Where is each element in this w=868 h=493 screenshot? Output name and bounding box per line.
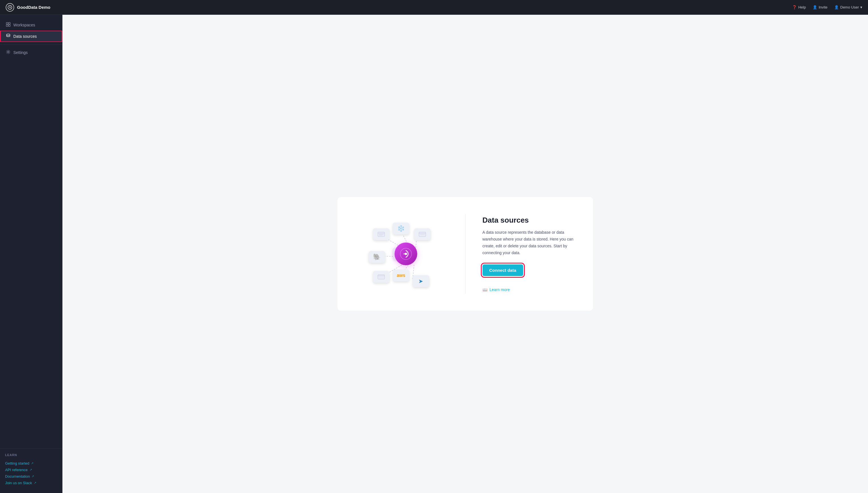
datasources-icon xyxy=(6,34,10,39)
gooddata-center-logo xyxy=(395,242,417,265)
sidebar-item-datasources[interactable]: Data sources xyxy=(0,31,62,42)
svg-point-7 xyxy=(8,51,9,53)
sidebar-nav: Workspaces Data sources xyxy=(0,15,62,448)
svg-rect-24 xyxy=(378,275,385,279)
main-layout: Workspaces Data sources xyxy=(0,15,868,493)
connect-data-button[interactable]: Connect data xyxy=(483,264,523,276)
getting-started-label: Getting started xyxy=(5,461,29,466)
invite-link[interactable]: 👤 Invite xyxy=(813,5,827,9)
api-reference-label: API reference xyxy=(5,468,28,472)
icon-tile-send: ➤ xyxy=(413,275,429,287)
datasources-card: ❄️ 🐘 👁 xyxy=(337,197,593,311)
icon-tile-snowflake: ❄️ xyxy=(393,223,409,235)
sidebar-item-settings-label: Settings xyxy=(13,50,28,55)
isometric-illustration: ❄️ 🐘 👁 xyxy=(356,214,447,294)
learn-section-label: LEARN xyxy=(5,453,57,457)
sidebar-item-workspaces-label: Workspaces xyxy=(13,23,35,27)
chevron-down-icon: ▾ xyxy=(860,5,862,9)
external-link-icon: ↗ xyxy=(31,462,34,465)
user-menu[interactable]: 👤 Demo User ▾ xyxy=(834,5,862,9)
info-panel: Data sources A data source represents th… xyxy=(483,216,576,292)
logo-icon xyxy=(6,3,14,12)
sidebar-learn-section: LEARN Getting started ↗ API reference ↗ … xyxy=(0,448,62,493)
top-navigation: GoodData Demo ❓ Help 👤 Invite 👤 Demo Use… xyxy=(0,0,868,15)
learn-more-link[interactable]: 📖 Learn more xyxy=(483,287,576,292)
icon-tile-1 xyxy=(373,228,390,240)
svg-point-6 xyxy=(6,34,10,36)
sidebar-item-datasources-label: Data sources xyxy=(13,34,37,39)
topnav-right: ❓ Help 👤 Invite 👤 Demo User ▾ xyxy=(792,5,862,9)
settings-icon xyxy=(6,50,10,56)
icon-tile-2 xyxy=(414,228,430,240)
book-icon: 📖 xyxy=(483,287,487,292)
invite-icon: 👤 xyxy=(813,5,817,9)
workspaces-icon xyxy=(6,22,10,28)
svg-rect-3 xyxy=(8,22,10,24)
sidebar: Workspaces Data sources xyxy=(0,15,63,493)
sidebar-item-settings[interactable]: Settings xyxy=(0,47,62,58)
sidebar-item-workspaces[interactable]: Workspaces xyxy=(0,19,62,31)
getting-started-link[interactable]: Getting started ↗ xyxy=(5,460,57,467)
icon-tile-postgres: 🐘 xyxy=(369,251,385,263)
learn-more-label: Learn more xyxy=(490,287,510,292)
join-slack-link[interactable]: Join us on Slack ↗ xyxy=(5,480,57,486)
sidebar-divider xyxy=(0,44,62,45)
content-inner: ❄️ 🐘 👁 xyxy=(63,15,868,493)
illustration-area: ❄️ 🐘 👁 xyxy=(355,214,448,294)
svg-point-1 xyxy=(9,7,10,8)
external-link-icon-2: ↗ xyxy=(29,468,32,472)
external-link-icon-3: ↗ xyxy=(31,474,34,478)
gooddata-logo-svg xyxy=(400,248,412,260)
main-content: ❄️ 🐘 👁 xyxy=(63,15,868,493)
svg-rect-2 xyxy=(6,22,8,24)
documentation-link[interactable]: Documentation ↗ xyxy=(5,473,57,480)
app-title: GoodData Demo xyxy=(17,5,50,10)
card-vertical-divider xyxy=(465,214,466,294)
page-description: A data source represents the database or… xyxy=(483,229,576,256)
svg-rect-5 xyxy=(8,25,10,26)
api-reference-link[interactable]: API reference ↗ xyxy=(5,467,57,473)
icon-tile-3 xyxy=(373,271,390,283)
app-logo: GoodData Demo xyxy=(6,3,50,12)
svg-rect-4 xyxy=(6,25,8,26)
join-slack-label: Join us on Slack xyxy=(5,481,32,485)
help-icon: ❓ xyxy=(792,5,797,9)
external-link-icon-4: ↗ xyxy=(34,481,36,485)
icon-tile-aws: aws xyxy=(393,270,409,281)
help-link[interactable]: ❓ Help xyxy=(792,5,806,9)
user-icon: 👤 xyxy=(834,5,839,9)
documentation-label: Documentation xyxy=(5,474,30,478)
page-title: Data sources xyxy=(483,216,576,224)
